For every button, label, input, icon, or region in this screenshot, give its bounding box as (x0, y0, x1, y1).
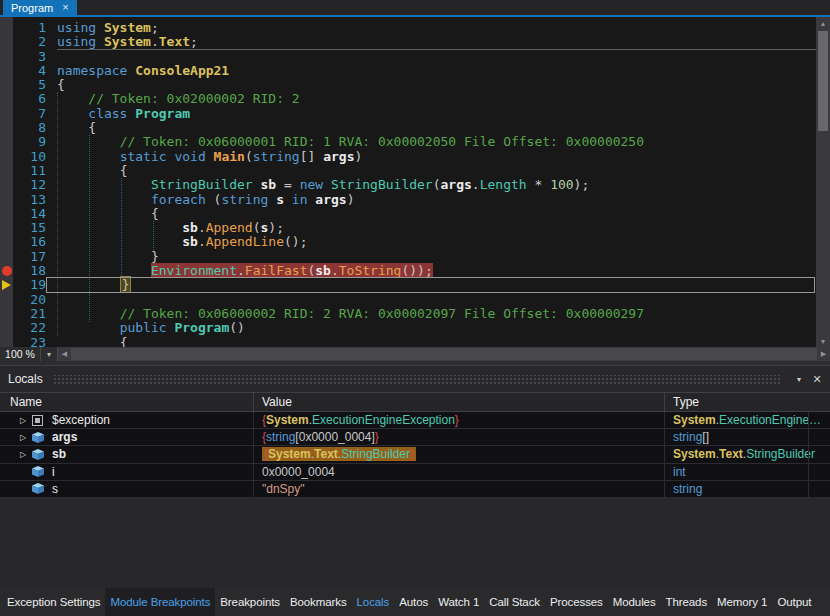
column-header-type[interactable]: Type (664, 393, 830, 411)
code-editor[interactable]: 1using System;2using System.Text;34names… (0, 17, 830, 347)
scroll-down-icon[interactable]: ▼ (816, 335, 830, 347)
zoom-level[interactable]: 100 % (0, 347, 40, 361)
glyph-cell (0, 78, 13, 92)
line-number: 18 (13, 264, 46, 278)
panel-tab-bookmarks[interactable]: Bookmarks (285, 588, 352, 616)
panel-tab-exception-settings[interactable]: Exception Settings (2, 588, 105, 616)
line-number: 20 (13, 293, 46, 307)
code-text: { (57, 336, 127, 347)
expander-icon[interactable]: ▷ (20, 433, 32, 442)
line-number: 2 (13, 35, 46, 49)
title-grip-texture (53, 375, 780, 384)
locals-title-bar[interactable]: Locals ▾ ✕ (0, 366, 830, 392)
locals-name-cell: ▷args (0, 429, 253, 445)
code-line: 2using System.Text; (0, 35, 816, 49)
code-line: 22 public Program() (0, 321, 816, 335)
line-number: 22 (13, 321, 46, 335)
line-number: 15 (13, 221, 46, 235)
panel-tab-locals[interactable]: Locals (352, 588, 395, 616)
scroll-up-icon[interactable]: ▲ (816, 17, 830, 29)
line-number: 3 (13, 50, 46, 64)
glyph-cell (0, 207, 13, 221)
glyph-cell (0, 35, 13, 49)
code-line: 7 class Program (0, 107, 816, 121)
changed-value-highlight: {System.Text.StringBuilder} (262, 447, 416, 461)
panel-tab-call-stack[interactable]: Call Stack (484, 588, 545, 616)
zoom-dropdown-button[interactable]: ▾ (40, 347, 58, 361)
panel-tab-memory-1[interactable]: Memory 1 (712, 588, 772, 616)
code-line: 13 foreach (string s in args) (0, 193, 816, 207)
code-text: using System; (57, 21, 159, 35)
dnspy-window: Program × 1using System;2using System.Te… (0, 0, 830, 616)
code-text: { (57, 78, 65, 92)
line-number: 9 (13, 135, 46, 149)
code-text: { (57, 207, 159, 221)
line-number: 6 (13, 92, 46, 106)
code-line: 15 sb.Append(s); (0, 221, 816, 235)
breakpoint-icon[interactable] (0, 264, 13, 278)
bottom-tab-bar: Exception SettingsModule BreakpointsBrea… (0, 588, 830, 616)
line-number: 16 (13, 235, 46, 249)
glyph-cell (0, 64, 13, 78)
code-line: 12 StringBuilder sb = new StringBuilder(… (0, 178, 816, 192)
scroll-right-icon[interactable]: ▶ (817, 347, 830, 361)
line-number: 12 (13, 178, 46, 192)
glyph-cell (0, 150, 13, 164)
code-text: public Program() (57, 321, 245, 335)
locals-row[interactable]: ▷args{string[0x0000_0004]}string[] (0, 429, 830, 446)
vertical-scrollbar[interactable]: ▲ ▼ (816, 17, 830, 347)
locals-value-cell: {string[0x0000_0004]} (253, 429, 664, 445)
locals-row[interactable]: ▷$exception{System.ExecutionEngineExcept… (0, 412, 830, 429)
panel-tab-output[interactable]: Output (772, 588, 816, 616)
tab-close-icon[interactable]: × (62, 2, 68, 13)
column-header-name[interactable]: Name (0, 393, 253, 411)
editor-status-bar: 100 % ▾ ◀ ▶ (0, 347, 830, 361)
panel-tab-autos[interactable]: Autos (394, 588, 433, 616)
panel-menu-icon[interactable]: ▾ (790, 370, 808, 388)
locals-name-cell: s (0, 481, 253, 497)
glyph-cell (0, 21, 13, 35)
line-number: 4 (13, 64, 46, 78)
code-text: // Token: 0x06000001 RID: 1 RVA: 0x00002… (57, 135, 644, 149)
glyph-cell (0, 193, 13, 207)
panel-tab-threads[interactable]: Threads (661, 588, 713, 616)
panel-tab-module-breakpoints[interactable]: Module Breakpoints (105, 588, 215, 616)
panel-tab-breakpoints[interactable]: Breakpoints (215, 588, 285, 616)
tab-program[interactable]: Program × (3, 0, 77, 15)
horizontal-scrollbar-thumb[interactable] (71, 348, 817, 360)
panel-tab-watch-1[interactable]: Watch 1 (433, 588, 484, 616)
vertical-scrollbar-thumb[interactable] (818, 31, 828, 131)
locals-value-cell: 0x0000_0004 (253, 464, 664, 480)
locals-panel: Locals ▾ ✕ Name Value Type ▷$exception{S… (0, 365, 830, 589)
glyph-cell (0, 135, 13, 149)
scroll-left-icon[interactable]: ◀ (58, 347, 71, 361)
line-number: 14 (13, 207, 46, 221)
column-edge-line (808, 412, 809, 498)
glyph-cell (0, 221, 13, 235)
column-header-value[interactable]: Value (253, 393, 664, 411)
locals-row[interactable]: i0x0000_0004int (0, 464, 830, 481)
code-text: { (57, 164, 127, 178)
expander-icon[interactable]: ▷ (20, 416, 32, 425)
horizontal-scrollbar[interactable]: ◀ ▶ (58, 347, 830, 361)
current-statement-arrow-icon[interactable] (0, 278, 13, 292)
glyph-cell (0, 107, 13, 121)
locals-row[interactable]: ▷sb{System.Text.StringBuilder}System.Tex… (0, 446, 830, 463)
code-line: 20 (0, 293, 816, 307)
expander-icon[interactable]: ▷ (20, 450, 32, 459)
code-line: 3 (0, 50, 816, 64)
line-number: 11 (13, 164, 46, 178)
code-line: 10 static void Main(string[] args) (0, 150, 816, 164)
locals-type-cell: string[] (664, 429, 830, 445)
panel-tab-modules[interactable]: Modules (608, 588, 661, 616)
variable-name: sb (52, 447, 66, 461)
panel-close-icon[interactable]: ✕ (808, 370, 826, 388)
glyph-cell (0, 250, 13, 264)
locals-value-cell: "dnSpy" (253, 481, 664, 497)
code-text: using System.Text; (57, 35, 198, 49)
glyph-cell (0, 92, 13, 106)
locals-type-cell: int (664, 464, 830, 480)
glyph-cell (0, 50, 13, 64)
locals-row[interactable]: s"dnSpy"string (0, 481, 830, 498)
panel-tab-processes[interactable]: Processes (545, 588, 608, 616)
